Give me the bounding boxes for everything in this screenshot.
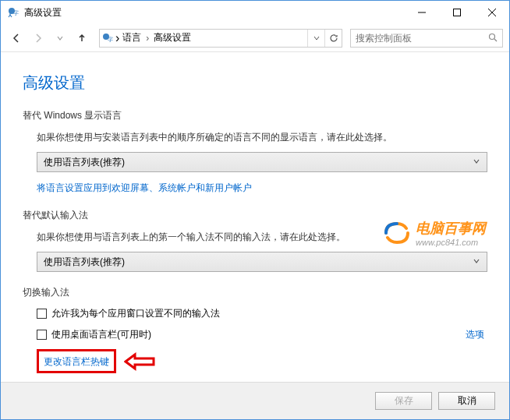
chevron-down-icon — [473, 256, 480, 267]
section-description: 如果你想使用与安装语言列表中的顺序所确定的语言不同的显示语言，请在此处选择。 — [37, 130, 487, 144]
breadcrumb: 语言 › 高级设置 — [119, 31, 307, 44]
forward-button[interactable] — [29, 29, 48, 48]
titlebar: 字 高级设置 — [1, 1, 509, 24]
svg-point-8 — [490, 34, 495, 39]
refresh-button[interactable] — [324, 30, 342, 47]
svg-text:字: 字 — [13, 10, 19, 16]
footer: 保存 取消 — [1, 382, 509, 419]
section-description: 如果你想使用与语言列表上的第一个输入法不同的输入法，请在此处选择。 — [37, 230, 487, 244]
change-hotkeys-link[interactable]: 更改语言栏热键 — [44, 355, 109, 369]
app-icon: 字 — [7, 6, 19, 19]
save-button: 保存 — [375, 392, 432, 410]
address-dropdown[interactable] — [307, 30, 324, 47]
checkbox-label: 允许我为每个应用窗口设置不同的输入法 — [51, 307, 220, 320]
svg-rect-3 — [453, 9, 460, 16]
options-link[interactable]: 选项 — [466, 328, 487, 341]
cancel-button[interactable]: 取消 — [438, 392, 495, 410]
window-title: 高级设置 — [24, 6, 404, 19]
chevron-right-icon: › — [144, 33, 151, 44]
search-input[interactable] — [356, 33, 488, 44]
search-icon[interactable] — [488, 31, 498, 45]
content-area: 高级设置 替代 Windows 显示语言 如果你想使用与安装语言列表中的顺序所确… — [1, 52, 509, 382]
apply-language-link[interactable]: 将语言设置应用到欢迎屏幕、系统帐户和新用户帐户 — [37, 182, 252, 195]
location-icon: 字 — [100, 32, 115, 44]
minimize-button[interactable] — [404, 1, 439, 24]
section-header: 切换输入法 — [23, 286, 487, 299]
search-box[interactable] — [350, 29, 503, 48]
annotation-box: 更改语言栏热键 — [37, 349, 116, 373]
section-header: 替代默认输入法 — [23, 209, 487, 222]
section-header: 替代 Windows 显示语言 — [23, 109, 487, 122]
recent-dropdown[interactable] — [51, 29, 69, 48]
svg-line-9 — [494, 39, 497, 41]
back-button[interactable] — [7, 29, 26, 48]
default-ime-dropdown[interactable]: 使用语言列表(推荐) — [37, 252, 487, 272]
display-language-dropdown[interactable]: 使用语言列表(推荐) — [37, 152, 487, 172]
page-title: 高级设置 — [23, 72, 487, 94]
desktop-langbar-checkbox[interactable] — [37, 330, 47, 340]
chevron-down-icon — [473, 157, 480, 168]
checkbox-label: 使用桌面语言栏(可用时) — [51, 328, 151, 341]
close-button[interactable] — [474, 1, 509, 24]
address-bar[interactable]: 字 › 语言 › 高级设置 — [99, 29, 342, 48]
up-button[interactable] — [73, 29, 91, 48]
per-app-ime-checkbox[interactable] — [37, 309, 47, 319]
maximize-button[interactable] — [439, 1, 474, 24]
svg-text:字: 字 — [108, 37, 113, 42]
dropdown-value: 使用语言列表(推荐) — [44, 256, 125, 269]
toolbar: 字 › 语言 › 高级设置 — [1, 24, 509, 52]
annotation-arrow-icon — [124, 352, 155, 371]
breadcrumb-item[interactable]: 高级设置 — [151, 31, 194, 44]
breadcrumb-item[interactable]: 语言 — [119, 31, 144, 44]
dropdown-value: 使用语言列表(推荐) — [44, 156, 125, 169]
